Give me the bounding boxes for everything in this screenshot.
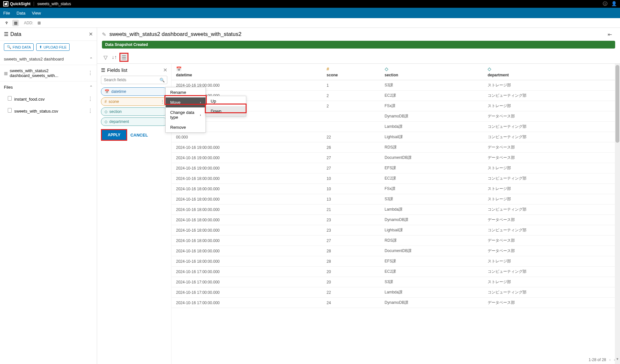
table-cell: ストレージ部: [483, 277, 620, 287]
table-row[interactable]: 2024-10-16 18:00:00.00023DynamoDB課データベース…: [172, 215, 620, 225]
tree-view-icon[interactable]: ♆: [3, 20, 10, 26]
pencil-icon[interactable]: ✎: [102, 31, 106, 38]
menu-file[interactable]: File: [3, 11, 10, 16]
table-cell: 2024-10-16 18:00:00.000: [172, 194, 322, 204]
dataset-menu-icon[interactable]: ⋮: [88, 71, 93, 76]
table-row[interactable]: 2024-10-16 18:00:00.00023Lightsail課コンピュー…: [172, 225, 620, 236]
table-row[interactable]: 00.00022Lightsail課コンピューティング部: [172, 132, 620, 142]
table-cell: コンピューティング部: [483, 267, 620, 277]
dataset-header[interactable]: sweets_with_status2 dashboard ⌃: [0, 53, 97, 65]
table-cell: 2024-10-16 17:00:00.000: [172, 298, 322, 308]
scroll-down-icon[interactable]: ▼: [615, 357, 619, 361]
table-cell: 2024-10-16 18:00:00.000: [172, 173, 322, 184]
collapse-icon[interactable]: ⇤: [608, 31, 612, 38]
fields-icon[interactable]: ☰: [119, 53, 128, 62]
field-section[interactable]: ◇ section: [101, 107, 167, 116]
table-cell: データベース部: [483, 153, 620, 163]
table-row[interactable]: 2024-10-16 18:00:00.00028EFS課ストレージ部: [172, 256, 620, 267]
table-cell: 2: [322, 101, 380, 111]
menu-view[interactable]: View: [32, 11, 41, 16]
table-cell: 1: [322, 80, 380, 91]
col-datetime[interactable]: 📅datetime: [172, 64, 322, 80]
close-fields-icon[interactable]: ✕: [163, 67, 167, 73]
table-cell: 2024-10-16 19:00:00.000: [172, 142, 322, 153]
menu-down[interactable]: Down: [206, 106, 246, 116]
table-cell: DynamoDB課: [380, 111, 483, 122]
table-row[interactable]: 2024-10-16 18:00:00.00028DocumentDB課データベ…: [172, 246, 620, 256]
col-section[interactable]: ◇section: [380, 64, 483, 80]
table-cell: 23: [322, 215, 380, 225]
close-data-icon[interactable]: ✕: [89, 31, 93, 37]
table-cell: EC2課: [380, 267, 483, 277]
menu-data[interactable]: Data: [17, 11, 25, 16]
chevron-up-icon[interactable]: ⌃: [89, 57, 93, 61]
content-title: sweets_with_status2 dashboard_sweets_wit…: [109, 31, 241, 38]
table-row[interactable]: 2024-10-16 18:00:00.00010FSx課ストレージ部: [172, 184, 620, 194]
table-cell: 2024-10-16 17:00:00.000: [172, 277, 322, 287]
table-cell: DocumentDB課: [380, 153, 483, 163]
table-row[interactable]: 2024-10-16 18:00:00.00027RDS課データベース部: [172, 236, 620, 246]
table-row[interactable]: 2024-10-16 19:00:00.00027EFS課ストレージ部: [172, 163, 620, 173]
chevron-up-icon[interactable]: ⌃: [89, 85, 93, 90]
table-row[interactable]: 2024-10-16 19:00:00.00027DocumentDB課データベ…: [172, 153, 620, 163]
upload-icon: ⬆: [39, 45, 42, 49]
apply-cancel-row: APPLY CANCEL: [101, 129, 167, 141]
table-cell: S3課: [380, 194, 483, 204]
table-cell: データベース部: [483, 246, 620, 256]
data-panel-header: ☰ Data ✕: [0, 28, 97, 41]
file-menu-icon[interactable]: ⋮: [88, 108, 93, 114]
table-row[interactable]: 2024-10-16 18:00:00.00021Lambda課コンピューティン…: [172, 204, 620, 215]
calendar-icon: 📅: [105, 89, 109, 94]
table-row[interactable]: 2024-10-16 18:00:00.00013S3課ストレージ部: [172, 194, 620, 204]
menu-remove[interactable]: Remove: [166, 122, 205, 132]
table-cell: [322, 111, 380, 122]
table-row[interactable]: 2024-10-16 17:00:00.00020EC2課コンピューティング部: [172, 267, 620, 277]
apply-button[interactable]: APPLY: [102, 130, 126, 140]
field-menu-icon[interactable]: ⋮: [161, 99, 164, 104]
table-cell: 2024-10-16 17:00:00.000: [172, 267, 322, 277]
table-row[interactable]: 2024-10-16 19:00:00.0001S3課ストレージ部: [172, 80, 620, 91]
vertical-scrollbar[interactable]: ▲ ▼: [615, 64, 620, 364]
field-scone[interactable]: # scone ⋮: [101, 97, 167, 106]
table-row[interactable]: Lambda課コンピューティング部: [172, 122, 620, 132]
menu-change-type[interactable]: Change data type›: [166, 107, 205, 122]
filter-icon[interactable]: ▽: [102, 54, 109, 61]
table-cell: RDS課: [380, 142, 483, 153]
table-cell: 00.000: [172, 132, 322, 142]
field-department[interactable]: ◇ department: [101, 117, 167, 126]
find-data-button[interactable]: 🔍FIND DATA: [4, 43, 34, 51]
table-row[interactable]: 2024-10-16 19:00:00.00026RDS課データベース部: [172, 142, 620, 153]
file-menu-icon[interactable]: ⋮: [88, 96, 93, 102]
table-cell: 22: [322, 132, 380, 142]
files-header[interactable]: Files ⌃: [0, 82, 97, 93]
sort-icon[interactable]: ↓↑: [111, 54, 118, 61]
menu-up[interactable]: Up: [206, 96, 246, 106]
app-logo[interactable]: QuickSight: [3, 1, 30, 6]
table-row[interactable]: 2024-10-16 17:00:00.00022Lambda課コンピューティン…: [172, 287, 620, 298]
table-row[interactable]: 2024-10-16 18:00:00.00010EC2課コンピューティング部: [172, 173, 620, 184]
col-department[interactable]: ◇department: [483, 64, 620, 80]
help-icon[interactable]: ⓘ: [603, 1, 607, 7]
table-cell: FSx課: [380, 101, 483, 111]
table-row[interactable]: 2024-10-16 17:00:00.00024DynamoDB課データベース…: [172, 298, 620, 308]
dataset-item[interactable]: ▦sweets_with_status2 dashboard_sweets_wi…: [0, 65, 97, 82]
menu-move[interactable]: Move›: [166, 97, 205, 107]
page-prev-icon[interactable]: ‹: [609, 358, 611, 362]
table-cell: 27: [322, 163, 380, 173]
upload-file-button[interactable]: ⬆UPLOAD FILE: [36, 43, 70, 51]
file-item[interactable]: sweets_with_status.csv ⋮: [0, 105, 97, 117]
search-fields-input[interactable]: [101, 76, 167, 84]
col-scone[interactable]: #scone: [322, 64, 380, 80]
table-row[interactable]: 2024-10-16 17:00:00.00020S3課ストレージ部: [172, 277, 620, 287]
menu-rename[interactable]: Rename: [166, 87, 205, 97]
apply-highlight: APPLY: [101, 129, 127, 141]
cancel-link[interactable]: CANCEL: [130, 133, 148, 138]
add-icon[interactable]: ⊞: [36, 20, 42, 26]
data-view-icon[interactable]: ▦: [12, 20, 19, 26]
scrollbar-thumb[interactable]: [615, 65, 619, 143]
page-next-icon[interactable]: ›: [614, 358, 615, 362]
table-cell: 2024-10-16 18:00:00.000: [172, 256, 322, 267]
file-item[interactable]: instant_food.csv ⋮: [0, 93, 97, 105]
user-icon[interactable]: 👤: [611, 1, 617, 7]
field-datetime[interactable]: 📅 datetime: [101, 87, 167, 96]
